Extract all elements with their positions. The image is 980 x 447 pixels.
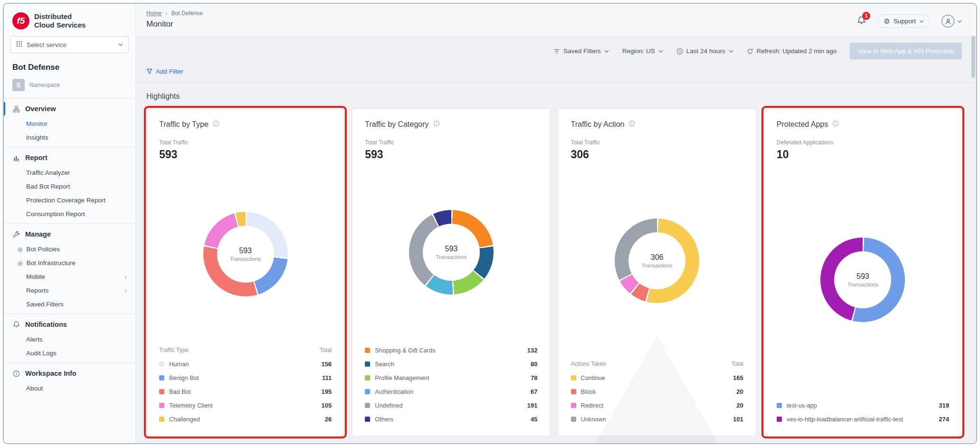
service-selector-label: Select service — [27, 41, 67, 48]
brand-line1: Distributed — [34, 12, 86, 21]
donut-center: 593Transactions — [217, 226, 274, 283]
sidebar-nav: OverviewMonitorInsightsReportTraffic Ana… — [4, 98, 135, 398]
donut-chart: 306Transactions — [615, 219, 699, 303]
info-icon[interactable] — [213, 120, 219, 129]
target-icon: ◎ — [18, 246, 22, 253]
legend-row-others[interactable]: Others45 — [365, 412, 537, 426]
legend-row-shopping-gift-cards[interactable]: Shopping & Gift Cards132 — [365, 343, 537, 357]
sidebar-group-label: Workspace Info — [25, 370, 76, 377]
donut-center: 593Transactions — [423, 224, 480, 281]
notifications-button[interactable]: 1 — [857, 16, 866, 27]
sidebar-item-about[interactable]: About — [4, 381, 135, 395]
legend-swatch — [777, 403, 782, 408]
namespace-selector[interactable]: S Namespace — [4, 79, 135, 98]
sidebar-item-label: Bot Infrastructure — [26, 259, 76, 266]
breadcrumb-separator: › — [165, 10, 167, 17]
legend: Continue165Block20Redirect20Unknown101 — [571, 371, 743, 426]
donut-center-label: Transactions — [641, 263, 672, 268]
legend-label: Shopping & Gift Cards — [375, 347, 435, 354]
legend-row-profile-management[interactable]: Profile Management78 — [365, 371, 537, 385]
brand-name: Distributed Cloud Services — [34, 12, 86, 29]
sidebar-group-header-notifications[interactable]: Notifications — [4, 316, 135, 333]
region-dropdown[interactable]: Region: US — [622, 48, 663, 55]
legend-row-test-us-app[interactable]: test-us-app319 — [777, 399, 949, 412]
card-traffic-by-action: Traffic by ActionTotal Traffic306306Tran… — [558, 108, 756, 436]
legend-row-benign-bot[interactable]: Benign Bot111 — [159, 371, 332, 385]
legend-row-human[interactable]: Human156 — [159, 357, 332, 371]
sidebar-item-bot-infrastructure[interactable]: ◎Bot Infrastructure — [4, 256, 135, 270]
time-range-dropdown[interactable]: Last 24 hours — [676, 48, 733, 55]
sidebar-item-audit-logs[interactable]: Audit Logs — [4, 346, 135, 360]
sidebar-item-bot-policies[interactable]: ◎Bot Policies — [4, 242, 135, 256]
legend-row-challenged[interactable]: Challenged26 — [159, 412, 332, 426]
legend-value: 45 — [526, 416, 537, 423]
add-filter-button[interactable]: Add Filter — [146, 68, 183, 75]
legend-row-block[interactable]: Block20 — [571, 385, 743, 399]
legend-value: 165 — [728, 374, 743, 381]
card-traffic-by-type: Traffic by TypeTotal Traffic593593Transa… — [146, 108, 344, 436]
legend-row-unknown[interactable]: Unknown101 — [571, 412, 743, 426]
main-area: Home › Bot Defense Monitor 1 ⚙ Support — [136, 4, 976, 443]
donut-center: 593Transactions — [834, 251, 891, 308]
scrollbar-thumb[interactable] — [971, 36, 975, 78]
legend-swatch — [365, 361, 370, 367]
donut-chart: 593Transactions — [203, 212, 288, 296]
legend-row-authentication[interactable]: Authentication67 — [365, 385, 537, 399]
sidebar-item-traffic-analyzer[interactable]: Traffic Analyzer — [4, 166, 135, 180]
legend-row-undefined[interactable]: Undefined191 — [365, 399, 537, 412]
breadcrumb-home[interactable]: Home — [146, 10, 162, 17]
sidebar-item-alerts[interactable]: Alerts — [4, 333, 135, 346]
refresh-button[interactable]: Refresh: Updated 2 min ago — [747, 48, 837, 55]
donut-center-value: 593 — [445, 245, 458, 253]
sidebar-item-mobile[interactable]: Mobile› — [4, 270, 135, 284]
sidebar-item-saved-filters[interactable]: Saved Filters — [4, 297, 135, 311]
sidebar-item-monitor[interactable]: Monitor — [4, 117, 135, 131]
info-icon[interactable] — [832, 120, 839, 129]
sidebar-item-bad-bot-report[interactable]: Bad Bot Report — [4, 180, 135, 193]
sidebar-item-insights[interactable]: Insights — [4, 131, 135, 144]
legend-row-telemetry-client[interactable]: Telemetry Client105 — [159, 399, 332, 412]
legend-row-redirect[interactable]: Redirect20 — [571, 399, 743, 412]
vertical-scrollbar[interactable] — [971, 35, 975, 441]
sidebar-item-consumption-report[interactable]: Consumption Report — [4, 207, 135, 221]
legend-label: ves-io-http-loadbalancer-artificial-traf… — [787, 416, 903, 423]
donut-center-label: Transactions — [230, 256, 261, 262]
legend-swatch — [159, 417, 164, 422]
sidebar-group-header-report[interactable]: Report — [4, 150, 135, 166]
service-selector[interactable]: Select service — [10, 36, 129, 53]
sidebar-item-label: Monitor — [26, 120, 48, 127]
sidebar-item-label: Protection Coverage Report — [26, 197, 105, 204]
sidebar-item-reports[interactable]: Reports› — [4, 284, 135, 297]
legend-swatch — [365, 389, 370, 394]
legend-swatch — [365, 348, 370, 353]
sidebar-item-label: Insights — [26, 134, 48, 141]
legend-row-bad-bot[interactable]: Bad Bot195 — [159, 385, 332, 399]
legend-label: Continue — [581, 374, 605, 381]
support-menu[interactable]: ⚙ Support — [877, 14, 930, 28]
legend-row-ves-io-http-loadbalancer-artificial-traffic-test[interactable]: ves-io-http-loadbalancer-artificial-traf… — [777, 412, 949, 426]
namespace-label: Namespace — [29, 82, 60, 88]
legend-swatch — [365, 403, 370, 408]
manage-icon — [12, 231, 20, 238]
view-in-waap-button[interactable]: View in Web App & API Protection — [850, 43, 962, 59]
sidebar-group-header-overview[interactable]: Overview — [4, 101, 135, 117]
sidebar: f5 Distributed Cloud Services Select ser… — [4, 4, 136, 443]
card-title: Traffic by Category — [365, 120, 537, 129]
sidebar-group-label: Manage — [25, 230, 51, 238]
saved-filters-dropdown[interactable]: Saved Filters — [553, 48, 609, 55]
legend-row-search[interactable]: Search80 — [365, 357, 537, 371]
legend-label: Challenged — [169, 416, 200, 423]
sidebar-group-header-workspace-info[interactable]: Workspace Info — [4, 365, 135, 381]
legend-row-continue[interactable]: Continue165 — [571, 371, 743, 385]
legend-value: 20 — [732, 402, 743, 409]
info-icon[interactable] — [433, 120, 440, 129]
legend-value: 319 — [934, 402, 949, 409]
sidebar-item-protection-coverage-report[interactable]: Protection Coverage Report — [4, 193, 135, 207]
time-range-label: Last 24 hours — [686, 48, 725, 55]
funnel-icon — [146, 68, 152, 75]
legend-value: 191 — [523, 402, 538, 409]
sidebar-group-header-manage[interactable]: Manage — [4, 226, 135, 242]
info-icon[interactable] — [628, 120, 635, 129]
account-menu[interactable] — [942, 15, 962, 28]
target-icon: ◎ — [18, 260, 22, 266]
